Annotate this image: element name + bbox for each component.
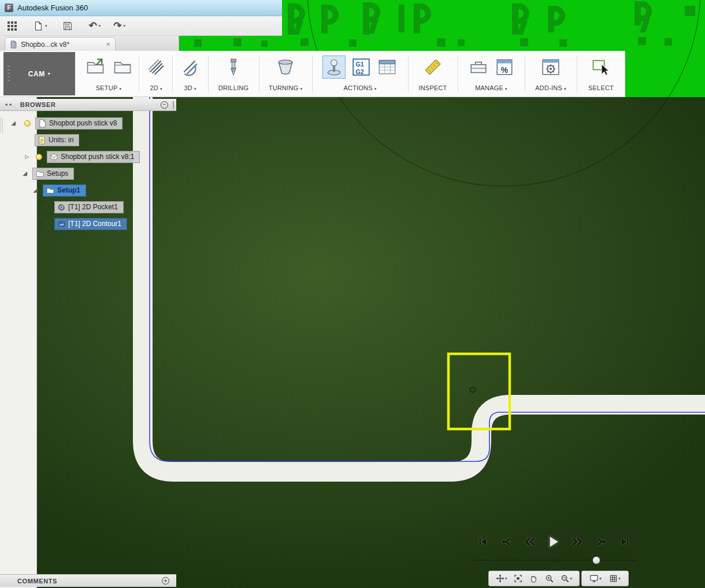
tree-collapsed-icon[interactable]: ▷ [43, 221, 51, 227]
pocket-operation-icon [58, 204, 65, 211]
browser-item-label: Shopbot push stick v8:1 [61, 153, 134, 161]
save-button[interactable] [62, 21, 73, 31]
turning-icon[interactable] [276, 57, 295, 77]
browser-row-pocket1: ▷ [T1] 2D Pocket1 [43, 201, 124, 213]
browser-item-pocket1[interactable]: [T1] 2D Pocket1 [54, 201, 124, 213]
panel-resize-grip[interactable] [173, 101, 174, 109]
ribbon-group-2d: 2D▾ [140, 52, 172, 95]
visibility-bulb-icon[interactable] [24, 120, 31, 127]
browser-row-setups: ◢ Setups [21, 167, 74, 180]
new-folder-icon[interactable] [112, 57, 133, 77]
simulation-viewport[interactable] [37, 97, 705, 588]
ribbon-group-label[interactable]: 3D▾ [173, 84, 207, 91]
simulate-icon[interactable] [324, 57, 344, 77]
document-tab[interactable]: Shopbo...ck v8* × [5, 37, 116, 51]
undo-button[interactable]: ↶ ▾ [89, 21, 101, 31]
ribbon-group-turning: TURNING▾ [260, 52, 311, 95]
pan-button[interactable]: ▾ [496, 574, 507, 583]
ribbon-separator [408, 56, 409, 93]
browser-item-contour1[interactable]: [T1] 2D Contour1 [54, 218, 127, 230]
ribbon-separator [525, 56, 525, 93]
zoom-window-button[interactable]: ▾ [561, 574, 572, 583]
caret-down-icon: ▾ [194, 87, 196, 91]
timeline-handle[interactable] [592, 556, 600, 564]
scripts-addins-icon[interactable] [541, 57, 561, 77]
tree-expanded-icon[interactable]: ◢ [31, 187, 39, 193]
caret-down-icon: ▾ [119, 87, 121, 91]
new-setup-icon[interactable] [85, 57, 106, 77]
caret-down-icon: ▾ [160, 87, 162, 91]
drilling-icon[interactable] [224, 57, 243, 77]
caret-down-icon: ▾ [124, 24, 126, 28]
ribbon-group-label[interactable]: TURNING▾ [260, 84, 311, 91]
file-menu-button[interactable]: ▾ [33, 21, 47, 31]
expand-comments-icon[interactable]: + [162, 577, 169, 585]
ribbon-group-label[interactable]: 2D▾ [140, 84, 172, 91]
display-settings-button[interactable]: ▾ [589, 574, 602, 583]
browser-item-document[interactable]: Shopbot push stick v8 [35, 117, 123, 130]
pan-hand-button[interactable] [529, 574, 538, 583]
ribbon-group-label[interactable]: SELECT [578, 84, 624, 91]
ribbon-separator [577, 56, 577, 93]
browser-item-setup1[interactable]: Setup1 [43, 184, 86, 197]
browser-item-setups-folder[interactable]: Setups [32, 168, 74, 180]
ribbon-group-addins: ADD-INS▾ [526, 52, 576, 95]
svg-text:G1: G1 [355, 61, 363, 68]
caret-down-icon: ▾ [99, 24, 101, 28]
visibility-bulb-icon[interactable] [36, 154, 42, 160]
browser-item-units[interactable]: Units: in [35, 134, 79, 146]
tree-expanded-icon[interactable]: ◢ [21, 171, 29, 176]
minimize-panel-icon[interactable]: − [161, 101, 168, 109]
ribbon-group-label[interactable]: INSPECT [409, 84, 457, 91]
tab-close-icon[interactable]: × [106, 40, 110, 48]
browser-item-label: Setups [47, 169, 68, 177]
backdrop-artifact [194, 39, 202, 47]
grid-and-snaps-button[interactable]: ▾ [609, 574, 621, 583]
browser-item-label: [T1] 2D Contour1 [68, 220, 121, 228]
workspace-switcher[interactable]: CAM ▾ [3, 52, 75, 95]
play-button[interactable] [546, 534, 561, 550]
zoom-button[interactable] [545, 574, 554, 583]
caret-down-icon: ▾ [45, 24, 47, 28]
browser-row-component: ▷ Shopbot push stick v8:1 [23, 150, 140, 163]
go-to-end-button[interactable] [617, 534, 632, 550]
caret-down-icon: ▾ [599, 576, 602, 581]
post-process-icon[interactable]: G1 G2 [351, 57, 371, 77]
previous-operation-button[interactable] [499, 534, 514, 550]
ribbon-group-label[interactable]: DRILLING [209, 84, 258, 91]
ribbon-group-label[interactable]: SETUP▾ [79, 84, 139, 91]
simulation-timeline[interactable] [474, 560, 637, 561]
3d-milling-icon[interactable] [180, 57, 200, 77]
measure-icon[interactable] [423, 57, 443, 77]
ribbon-group-label[interactable]: ADD-INS▾ [526, 84, 576, 91]
svg-text:G2: G2 [355, 68, 363, 75]
browser-item-label: Units: in [49, 136, 73, 144]
tree-collapsed-icon[interactable]: ▷ [43, 204, 51, 210]
rewind-button[interactable] [522, 534, 537, 550]
tool-library-icon[interactable] [469, 57, 488, 77]
fast-forward-button[interactable] [570, 534, 585, 550]
caret-down-icon: ▾ [505, 87, 507, 91]
tree-expanded-icon[interactable]: ◢ [9, 120, 17, 126]
ribbon-group-label[interactable]: MANAGE▾ [459, 84, 524, 91]
next-operation-button[interactable] [593, 534, 608, 550]
browser-item-component[interactable]: Shopbot push stick v8:1 [47, 151, 140, 163]
ribbon-group-manage: % MANAGE▾ [459, 52, 524, 95]
ribbon-separator [259, 56, 259, 93]
collapse-panel-icon[interactable]: ◄◄ [4, 102, 12, 108]
redo-button[interactable]: ↷ ▾ [113, 21, 125, 31]
zoom-fit-button[interactable] [514, 574, 522, 583]
setup-sheet-icon[interactable] [377, 57, 397, 77]
go-to-start-button[interactable] [475, 534, 490, 550]
feeds-speeds-icon[interactable]: % [495, 57, 514, 77]
caret-down-icon: ▾ [48, 71, 51, 76]
select-icon[interactable] [591, 57, 611, 77]
tree-collapsed-icon[interactable]: ▷ [23, 154, 31, 160]
caret-down-icon: ▾ [570, 576, 572, 581]
units-icon [38, 136, 46, 145]
fusion-logo-icon: F [5, 3, 13, 12]
ribbon-group-label[interactable]: ACTIONS▾ [313, 84, 407, 91]
2d-milling-icon[interactable] [146, 57, 166, 77]
backdrop-artifact [520, 38, 528, 46]
app-grid-icon[interactable] [8, 21, 17, 31]
